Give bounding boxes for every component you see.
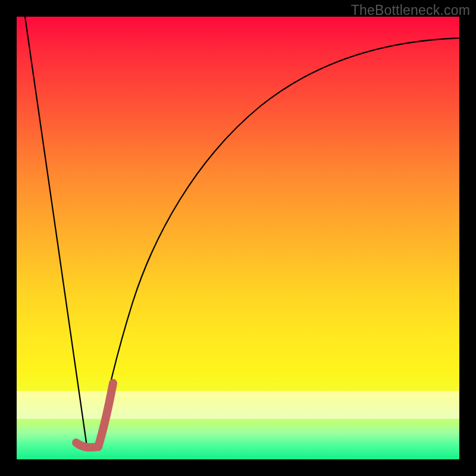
thick-rising-segment <box>98 383 113 447</box>
chart-plot-area <box>17 17 459 459</box>
right-curve-path <box>96 38 459 450</box>
watermark-text: TheBottleneck.com <box>351 2 470 18</box>
chart-frame: TheBottleneck.com <box>0 0 476 476</box>
left-line-path <box>25 17 87 450</box>
chart-curves-svg <box>17 17 459 459</box>
